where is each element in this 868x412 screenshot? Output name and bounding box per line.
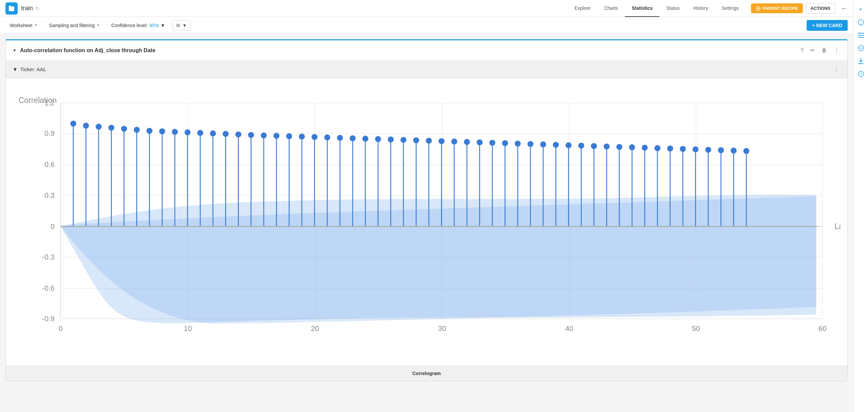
svg-point-95	[451, 139, 457, 145]
more-button[interactable]: ⋮	[832, 46, 841, 55]
svg-point-129	[667, 146, 673, 152]
svg-point-87	[400, 137, 407, 143]
svg-text:Lag: Lag	[834, 222, 841, 231]
help-button[interactable]: ?	[799, 46, 805, 55]
toolbar: Worksheet ▼ Sampling and filtering ▼ Con…	[0, 17, 853, 34]
svg-point-57	[210, 130, 216, 137]
acf-chart-svg: Correlation	[13, 85, 841, 361]
svg-point-117	[591, 143, 597, 149]
svg-point-101	[489, 140, 495, 146]
parent-recipe-label: PARENT RECIPE	[763, 6, 798, 11]
new-card-button[interactable]: + NEW CARD	[807, 20, 848, 31]
nav-charts[interactable]: Charts	[597, 0, 625, 17]
sidebar-clock-button[interactable]	[855, 68, 867, 80]
correlogram-label: Correlogram	[412, 371, 441, 376]
svg-point-93	[438, 138, 445, 144]
sync-icon: ↻	[36, 6, 40, 11]
sidebar-chat-button[interactable]	[855, 42, 867, 54]
svg-point-139	[731, 148, 737, 154]
svg-point-39	[96, 124, 102, 130]
svg-point-61	[235, 131, 241, 138]
svg-point-79	[350, 135, 356, 141]
svg-text:0.9: 0.9	[44, 129, 55, 137]
svg-text:0.6: 0.6	[44, 161, 55, 168]
settings-button[interactable]: ⚙ ▼	[172, 20, 191, 30]
confidence-button[interactable]: Confidence level: 95% ▼	[107, 20, 170, 30]
svg-point-107	[528, 141, 534, 147]
sidebar-info-button[interactable]: i	[855, 16, 867, 28]
svg-point-149	[859, 48, 860, 48]
sub-section-title: Ticker: AAL	[20, 66, 46, 72]
svg-point-135	[705, 147, 711, 153]
svg-point-51	[172, 129, 178, 135]
delete-button[interactable]: 🗑	[820, 46, 828, 55]
svg-point-89	[413, 137, 419, 143]
svg-point-97	[464, 139, 470, 145]
svg-text:0.3: 0.3	[44, 191, 55, 199]
svg-point-55	[197, 130, 203, 136]
right-sidebar: + i	[853, 0, 868, 412]
svg-point-37	[83, 123, 89, 129]
sidebar-list-button[interactable]	[855, 29, 867, 41]
svg-point-103	[502, 140, 508, 146]
svg-point-115	[578, 143, 584, 149]
svg-text:10: 10	[184, 325, 192, 332]
svg-point-113	[566, 142, 572, 148]
nav-status[interactable]: Status	[659, 0, 687, 17]
svg-text:i: i	[860, 20, 861, 24]
parent-recipe-button[interactable]: PARENT RECIPE	[751, 3, 803, 13]
sampling-button[interactable]: Sampling and filtering ▼	[45, 20, 104, 30]
svg-point-71	[299, 133, 305, 140]
worksheet-caret: ▼	[34, 23, 38, 27]
nav-explore[interactable]: Explore	[568, 0, 597, 17]
svg-text:1.2: 1.2	[44, 99, 55, 107]
settings-caret: ▼	[182, 23, 187, 28]
svg-text:50: 50	[692, 325, 700, 332]
svg-point-83	[375, 136, 381, 142]
nav-settings[interactable]: Settings	[715, 0, 746, 17]
confidence-value: 95%	[150, 23, 159, 28]
svg-point-119	[604, 143, 610, 149]
acf-card: ▼ Auto-correlation function on Adj_close…	[5, 39, 848, 381]
worksheet-label: Worksheet	[10, 23, 33, 28]
sub-collapse-icon[interactable]: ▼	[13, 66, 18, 72]
svg-point-133	[693, 146, 699, 152]
collapse-icon[interactable]: ▼	[13, 48, 17, 53]
svg-point-45	[134, 127, 140, 133]
svg-point-49	[159, 128, 165, 135]
svg-text:60: 60	[818, 325, 827, 332]
svg-text:0: 0	[59, 325, 63, 332]
svg-point-150	[860, 48, 861, 48]
back-button[interactable]: ←	[841, 4, 848, 12]
app-icon	[5, 2, 18, 15]
main-content: ▼ Auto-correlation function on Adj_close…	[0, 34, 853, 412]
card-header: ▼ Auto-correlation function on Adj_close…	[6, 40, 847, 61]
worksheet-button[interactable]: Worksheet ▼	[5, 20, 42, 30]
svg-point-91	[426, 138, 432, 144]
nav-history[interactable]: History	[687, 0, 715, 17]
nav-statistics[interactable]: Statistics	[625, 0, 659, 17]
sidebar-download-button[interactable]	[855, 55, 867, 67]
svg-point-53	[184, 129, 191, 136]
card-title: Auto-correlation function on Adj_close t…	[20, 47, 155, 54]
svg-point-85	[388, 137, 394, 143]
actions-label: ACTIONS	[811, 6, 831, 11]
chart-container: Correlation	[6, 78, 847, 366]
svg-point-141	[743, 148, 749, 154]
sidebar-plus-button[interactable]: +	[855, 3, 867, 16]
sub-more-button[interactable]: ⋮	[832, 65, 841, 74]
edit-button[interactable]: ✏	[809, 46, 816, 55]
svg-point-69	[286, 133, 292, 139]
svg-point-47	[146, 128, 153, 134]
svg-text:40: 40	[565, 325, 573, 332]
svg-text:20: 20	[311, 325, 319, 332]
svg-point-99	[477, 139, 483, 145]
sub-section-title-row: ▼ Ticker: AAL	[13, 66, 46, 72]
svg-point-43	[121, 126, 127, 132]
svg-point-137	[718, 147, 724, 153]
svg-point-63	[248, 132, 254, 138]
dataset-name: train	[21, 5, 33, 12]
actions-button[interactable]: ACTIONS	[806, 3, 836, 14]
svg-text:-0.3: -0.3	[42, 253, 55, 261]
svg-point-127	[654, 145, 660, 151]
